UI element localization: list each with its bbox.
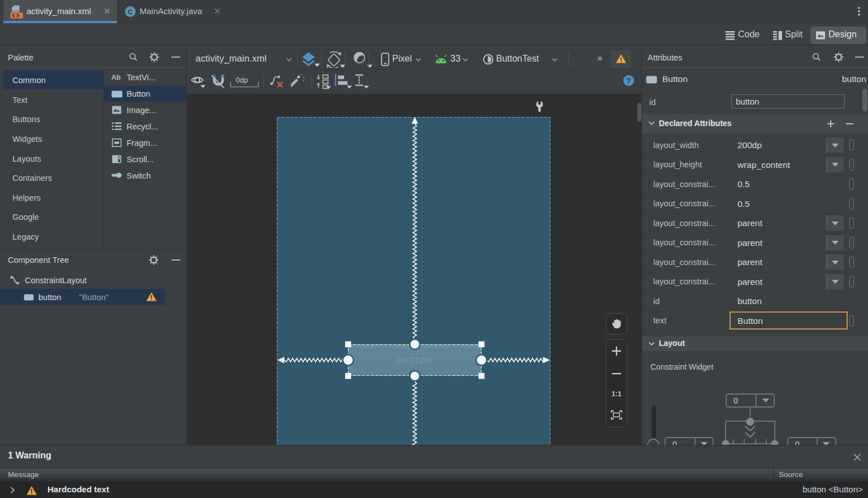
svg-text:0: 0 [795,440,800,445]
svg-text:C: C [128,8,132,15]
svg-text:0: 0 [672,440,677,445]
svg-text:BUTTON: BUTTON [397,357,432,365]
svg-text:0: 0 [734,396,738,405]
